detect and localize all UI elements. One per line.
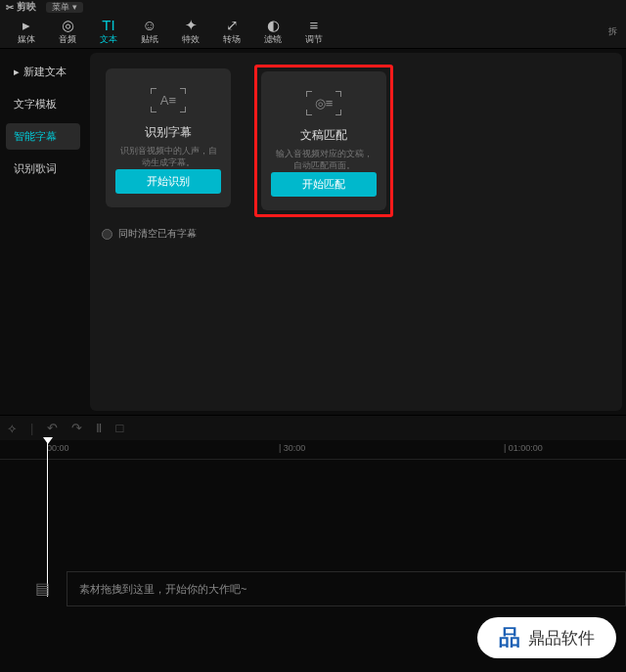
ruler-tick-0: | 30:00 <box>279 443 305 453</box>
clear-subtitles-label: 同时清空已有字幕 <box>118 227 197 241</box>
playhead[interactable] <box>47 440 48 597</box>
watermark-logo-icon: 品 <box>499 623 520 652</box>
redo-button[interactable]: ↷ <box>71 421 82 435</box>
logo-icon: ✂ <box>6 2 14 13</box>
delete-button[interactable]: □ <box>115 421 123 435</box>
ruler-tick-1: | 01:00:00 <box>504 443 543 453</box>
sidebar-smart-caption[interactable]: 智能字幕 <box>6 123 80 150</box>
recognize-card-wrap: A≡ 识别字幕 识别音视频中的人声，自动生成字幕。 开始识别 <box>102 65 235 217</box>
card-row: A≡ 识别字幕 识别音视频中的人声，自动生成字幕。 开始识别 ◎≡ 文稿匹配 输… <box>102 65 610 217</box>
sidebar-text-template[interactable]: 文字模板 <box>6 91 80 117</box>
adjust-icon: ≡ <box>310 18 319 32</box>
ruler-start: 00:00 <box>47 443 69 453</box>
split-button[interactable]: Ⅱ <box>96 421 102 435</box>
tab-audio[interactable]: ◎ 音频 <box>47 16 88 48</box>
timeline-toolbar: ⟡ | ↶ ↷ Ⅱ □ <box>0 415 626 440</box>
match-title: 文稿匹配 <box>300 127 347 144</box>
track-hint: 素材拖拽到这里，开始你的大作吧~ <box>79 582 246 597</box>
text-icon: TI <box>102 18 114 32</box>
effects-icon: ✦ <box>185 18 198 32</box>
tab-media[interactable]: ▸ 媒体 <box>6 16 47 48</box>
match-card: ◎≡ 文稿匹配 输入音视频对应的文稿，自动匹配画面。 开始匹配 <box>261 71 386 210</box>
match-card-highlight: ◎≡ 文稿匹配 输入音视频对应的文稿，自动匹配画面。 开始匹配 <box>254 65 393 217</box>
audio-icon: ◎ <box>62 18 74 32</box>
media-icon: ▸ <box>22 18 30 32</box>
start-match-button[interactable]: 开始匹配 <box>271 172 377 197</box>
recognize-desc: 识别音视频中的人声，自动生成字幕。 <box>117 145 219 169</box>
title-bar: ✂ 剪映 菜单 ▾ <box>0 0 626 14</box>
tab-player-right[interactable]: 拆 <box>604 16 620 48</box>
chevron-down-icon: ▾ <box>72 2 77 12</box>
undo-button[interactable]: ↶ <box>47 421 58 435</box>
start-recognize-button[interactable]: 开始识别 <box>115 169 221 194</box>
filter-icon: ◐ <box>267 18 280 32</box>
media-track[interactable]: 素材拖拽到这里，开始你的大作吧~ <box>67 571 626 606</box>
main-panel: ▸ 新建文本 文字模板 智能字幕 识别歌词 A≡ 识别字幕 识别 <box>0 49 626 415</box>
track-edit-icon[interactable]: ▤ <box>35 579 50 598</box>
watermark-badge: 品 鼎品软件 <box>477 617 616 658</box>
tab-effects[interactable]: ✦ 特效 <box>170 16 211 48</box>
transition-icon: ⤢ <box>226 18 239 32</box>
sidebar-lyrics[interactable]: 识别歌词 <box>6 156 80 182</box>
recognize-title: 识别字幕 <box>145 124 192 141</box>
pointer-tool[interactable]: ⟡ <box>8 421 17 436</box>
time-ruler[interactable]: 00:00 | 30:00 | 01:00:00 <box>0 440 626 460</box>
app-logo: ✂ 剪映 <box>6 0 36 14</box>
tab-filter[interactable]: ◐ 滤镜 <box>252 16 293 48</box>
menu-dropdown[interactable]: 菜单 ▾ <box>46 2 83 13</box>
match-icon: ◎≡ <box>306 91 341 115</box>
sidebar-new-text[interactable]: ▸ 新建文本 <box>6 59 80 85</box>
tool-tabs: ▸ 媒体 ◎ 音频 TI 文本 ☺ 贴纸 ✦ 特效 ⤢ 转场 ◐ 滤镜 ≡ 调节… <box>0 14 626 49</box>
tab-text[interactable]: TI 文本 <box>88 16 129 48</box>
content-panel: A≡ 识别字幕 识别音视频中的人声，自动生成字幕。 开始识别 ◎≡ 文稿匹配 输… <box>90 53 622 411</box>
app-title: 剪映 <box>17 0 36 14</box>
clear-subtitles-checkbox[interactable] <box>102 229 112 240</box>
tab-adjust[interactable]: ≡ 调节 <box>293 16 335 48</box>
tab-stickers[interactable]: ☺ 贴纸 <box>129 16 170 48</box>
match-desc: 输入音视频对应的文稿，自动匹配画面。 <box>273 148 375 172</box>
tab-transition[interactable]: ⤢ 转场 <box>211 16 252 48</box>
watermark-text: 鼎品软件 <box>528 627 595 650</box>
recognize-card: A≡ 识别字幕 识别音视频中的人声，自动生成字幕。 开始识别 <box>106 68 231 207</box>
text-sidebar: ▸ 新建文本 文字模板 智能字幕 识别歌词 <box>0 49 86 415</box>
recognize-icon: A≡ <box>151 88 186 112</box>
clear-subtitles-row[interactable]: 同时清空已有字幕 <box>102 227 610 241</box>
sticker-icon: ☺ <box>142 18 156 32</box>
